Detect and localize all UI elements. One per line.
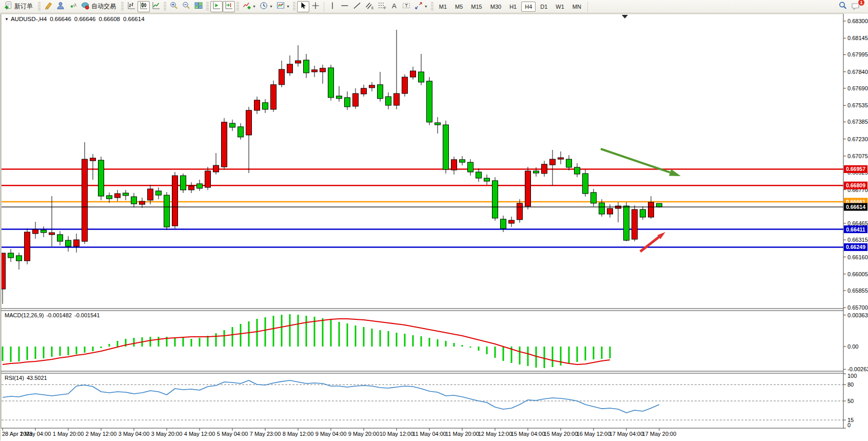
timeframe-m1[interactable]: M1 (436, 2, 450, 12)
macd-signal-value: -0.001541 (74, 312, 100, 318)
chart-shift-icon (224, 1, 233, 12)
search-button[interactable] (837, 1, 849, 12)
auto-trading-button[interactable]: 自动交易 (79, 1, 120, 12)
tile-windows-button[interactable] (192, 1, 205, 12)
bar-chart-icon (127, 1, 136, 12)
tile-windows-icon (194, 1, 203, 12)
vertical-line-icon (328, 1, 337, 12)
toolbar-grip (236, 2, 239, 11)
new-order-icon (4, 1, 13, 12)
toolbar-separator (587, 2, 588, 12)
toolbar-grip (206, 2, 209, 11)
time-axis[interactable] (0, 428, 868, 441)
chart-shift-button[interactable] (223, 1, 235, 12)
notification-badge: 1 (858, 0, 865, 6)
line-chart-button[interactable] (150, 1, 162, 12)
macd-pane[interactable] (0, 311, 843, 371)
toolbar-grip (164, 2, 166, 11)
vertical-line-button[interactable] (326, 1, 339, 12)
auto-scroll-icon (212, 1, 221, 12)
cursor-icon (299, 1, 308, 12)
zoom-out-icon (182, 1, 191, 12)
rsi-value: 43.5021 (27, 375, 47, 381)
crosshair-icon (311, 1, 320, 12)
notifications-button[interactable]: 1 (849, 1, 862, 12)
mt4-terminal: { "toolbar": { "new_order_label": "新订单",… (0, 0, 868, 441)
macd-main-value: -0.001482 (46, 312, 72, 318)
indicators-icon (242, 1, 251, 12)
auto-trading-icon (81, 1, 90, 12)
price-axis[interactable] (843, 14, 868, 428)
timeframe-m30[interactable]: M30 (487, 2, 505, 12)
chart-ohlc-header[interactable]: ▼AUDUSD-,H40.666460.666460.666080.66614 (5, 16, 145, 22)
toolbar-grip (121, 2, 124, 11)
symbol-timeframe: AUDUSD-,H4 (11, 16, 47, 22)
line-chart-icon (151, 1, 161, 12)
arrows-icon (414, 1, 423, 12)
timeframe-buttons: M1M5M15M30H1H4D1W1MN (435, 2, 585, 12)
fibonacci-button[interactable]: F (376, 1, 388, 12)
channel-button[interactable]: E (363, 1, 376, 12)
svg-text:E: E (371, 6, 374, 10)
timeframe-h1[interactable]: H1 (506, 2, 520, 12)
trendline-button[interactable] (351, 1, 363, 12)
cursor-button[interactable] (297, 1, 309, 12)
signal-icon (68, 1, 77, 12)
crayon-button[interactable] (42, 1, 54, 12)
new-order-button[interactable]: 新订单 (2, 1, 36, 12)
horizontal-line-button[interactable] (339, 1, 351, 12)
timeframe-m15[interactable]: M15 (467, 2, 485, 12)
channel-icon: E (365, 1, 374, 12)
crosshair-button[interactable] (309, 1, 322, 12)
rsi-name: RSI(14) (5, 375, 24, 381)
trendline-icon (352, 1, 362, 12)
indicators-button[interactable]: ▼ (241, 1, 258, 12)
toolbar-grip (293, 2, 295, 11)
timeframe-mn[interactable]: MN (569, 2, 585, 12)
search-icon (838, 1, 847, 12)
auto-scroll-button[interactable] (210, 1, 223, 12)
chevron-down-icon: ▼ (424, 5, 428, 8)
low-value: 0.66608 (98, 16, 120, 22)
symbol-dropdown-icon: ▼ (5, 17, 9, 22)
main-toolbar: 新订单 自动交易 (0, 0, 868, 13)
text-icon: A (389, 1, 399, 12)
signal-button[interactable] (67, 1, 79, 12)
high-value: 0.66646 (74, 16, 96, 22)
text-button[interactable]: A (388, 1, 400, 12)
timeframe-w1[interactable]: W1 (552, 2, 568, 12)
periods-icon (259, 1, 268, 12)
svg-text:T: T (405, 3, 408, 8)
close-value: 0.66614 (123, 16, 145, 22)
timeframe-h4[interactable]: H4 (521, 2, 536, 12)
main-chart-pane[interactable] (0, 14, 843, 309)
bar-chart-button[interactable] (125, 1, 137, 12)
profile-button[interactable] (54, 1, 67, 12)
auto-trading-label: 自动交易 (90, 2, 118, 11)
templates-button[interactable]: ▼ (274, 1, 291, 12)
timeframe-d1[interactable]: D1 (537, 2, 551, 12)
periods-button[interactable]: ▼ (258, 1, 274, 12)
open-value: 0.66646 (50, 16, 71, 22)
rsi-pane[interactable] (0, 373, 843, 428)
zoom-in-button[interactable] (168, 1, 180, 12)
text-label-button[interactable]: T (400, 1, 412, 12)
horizontal-line-icon (340, 1, 349, 12)
text-label-icon: T (402, 1, 411, 12)
chevron-down-icon: ▼ (269, 5, 273, 8)
toolbar-grip (38, 2, 41, 11)
toolbar-separator (324, 2, 324, 12)
svg-text:A: A (392, 2, 397, 9)
zoom-in-icon (169, 1, 179, 12)
zoom-out-button[interactable] (180, 1, 192, 12)
chevron-down-icon: ▼ (252, 5, 256, 8)
templates-icon (276, 1, 285, 12)
rsi-label: RSI(14)43.5021 (5, 375, 50, 381)
fibonacci-icon: F (377, 1, 386, 12)
timeframe-m5[interactable]: M5 (451, 2, 466, 12)
arrows-button[interactable]: ▼ (412, 1, 429, 12)
new-order-label: 新订单 (13, 2, 35, 11)
candlestick-chart-button[interactable] (137, 1, 150, 12)
toolbar-grip (431, 2, 433, 11)
crayon-icon (44, 1, 53, 12)
